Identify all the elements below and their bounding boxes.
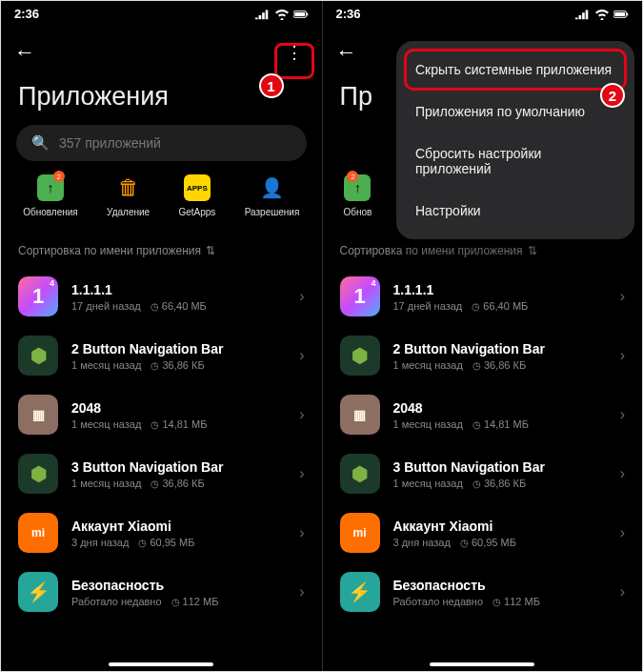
app-meta: 17 дней назад ◷ 66,40 МБ [393,300,607,312]
chevron-right-icon: › [299,583,304,601]
app-row[interactable]: ⬢ 2 Button Navigation Bar 1 месяц назад … [336,326,630,385]
app-row[interactable]: ⬢ 3 Button Navigation Bar 1 месяц назад … [336,444,630,503]
app-icon: ⬢ [340,336,380,376]
signal-icon [255,9,271,20]
svg-rect-2 [307,12,308,15]
storage-icon: ◷ [472,360,481,371]
app-row[interactable]: ⚡ Безопасность Работало недавно ◷ 112 МБ… [336,562,630,621]
app-time: 1 месяц назад [393,359,463,371]
app-row[interactable]: ⬢ 2 Button Navigation Bar 1 месяц назад … [14,326,309,385]
app-meta: 3 дня назад ◷ 60,95 МБ [71,537,286,548]
storage-icon: ◷ [151,419,159,430]
app-row[interactable]: ▦ 2048 1 месяц назад ◷ 14,81 МБ › [336,385,630,444]
app-name: 2048 [71,400,286,416]
battery-icon [613,9,629,20]
storage-icon: ◷ [472,301,480,312]
storage-icon: ◷ [460,538,469,548]
header: ← ⋮ [1,25,322,72]
more-menu-button[interactable]: ⋮ [280,38,309,67]
app-row[interactable]: ▦ 2048 1 месяц назад ◷ 14,81 МБ › [14,385,309,444]
app-name: 1.1.1.1 [71,282,286,297]
storage-icon: ◷ [472,419,481,430]
home-indicator[interactable] [430,662,534,666]
app-meta: 1 месяц назад ◷ 14,81 МБ [71,418,286,430]
chevron-right-icon: › [299,288,304,305]
storage-icon: ◷ [492,597,501,607]
app-row[interactable]: 4 1.1.1.1 17 дней назад ◷ 66,40 МБ › [336,267,630,326]
updates-badge: 2 [53,171,65,182]
app-name: 3 Button Navigation Bar [393,459,607,475]
app-row[interactable]: mi Аккаунт Xiaomi 3 дня назад ◷ 60,95 МБ… [336,503,630,562]
app-size: 14,81 МБ [162,418,207,430]
app-row[interactable]: ⚡ Безопасность Работало недавно ◷ 112 МБ… [14,562,309,621]
trash-icon: 🗑 [115,174,142,201]
wifi-icon [274,9,290,20]
status-time: 2:36 [14,7,39,21]
wifi-icon [594,9,610,20]
svg-rect-5 [627,12,628,15]
app-name: 1.1.1.1 [393,282,607,297]
chevron-right-icon: › [620,406,625,423]
app-meta: 1 месяц назад ◷ 36,86 КБ [393,359,607,371]
app-icon: ▦ [340,395,380,435]
app-row[interactable]: mi Аккаунт Xiaomi 3 дня назад ◷ 60,95 МБ… [14,503,309,562]
status-icons [255,9,309,20]
app-size: 36,86 КБ [162,478,204,489]
action-getapps[interactable]: APPS GetApps [178,174,215,217]
chevron-right-icon: › [620,524,625,541]
status-bar: 2:36 [323,1,643,25]
status-time: 2:36 [336,7,361,21]
action-delete[interactable]: 🗑 Удаление [107,174,150,217]
app-name: 2048 [393,400,607,416]
action-updates[interactable]: ↑ 2 Обнов [344,174,372,217]
app-icon: ⚡ [18,572,58,612]
action-permissions[interactable]: 👤 Разрешения [245,174,300,217]
app-name: Аккаунт Xiaomi [71,519,286,534]
app-name: 2 Button Navigation Bar [71,341,286,356]
app-time: 1 месяц назад [393,418,463,430]
sort-button[interactable]: Сортировка по имени приложения ⇅ [1,227,322,267]
app-size: 60,95 МБ [472,537,516,548]
app-row[interactable]: 4 1.1.1.1 17 дней назад ◷ 66,40 МБ › [14,267,309,326]
app-size: 60,95 МБ [150,537,194,548]
menu-reset-prefs[interactable]: Сбросить настройки приложений [396,132,634,190]
app-time: Работало недавно [393,596,484,607]
action-row: ↑ 2 Обновления 🗑 Удаление APPS GetApps 👤… [1,161,322,227]
back-button[interactable]: ← [14,40,35,65]
chevron-right-icon: › [620,465,625,482]
home-indicator[interactable] [109,662,213,666]
app-icon: ⬢ [18,454,58,494]
app-icon: ⬢ [340,454,380,494]
app-row[interactable]: ⬢ 3 Button Navigation Bar 1 месяц назад … [14,444,309,503]
app-meta: 1 месяц назад ◷ 36,86 КБ [393,478,607,489]
app-list: 4 1.1.1.1 17 дней назад ◷ 66,40 МБ › ⬢ 2… [323,267,643,621]
app-meta: 17 дней назад ◷ 66,40 МБ [71,300,286,312]
status-bar: 2:36 [1,1,322,25]
app-time: 17 дней назад [71,300,141,312]
app-meta: 1 месяц назад ◷ 36,86 КБ [71,478,286,489]
chevron-right-icon: › [299,465,304,482]
annotation-callout-2: 2 [600,83,625,108]
svg-rect-1 [294,12,305,16]
app-meta: Работало недавно ◷ 112 МБ [71,596,286,607]
app-icon: ⚡ [340,572,380,612]
storage-icon: ◷ [151,360,159,371]
menu-hide-system[interactable]: Скрыть системные приложения [396,49,634,91]
chevron-right-icon: › [299,406,304,423]
app-size: 112 МБ [183,596,219,607]
chevron-right-icon: › [620,347,625,364]
menu-settings[interactable]: Настройки [396,190,634,232]
app-time: 3 дня назад [393,537,451,548]
app-time: 1 месяц назад [71,359,141,371]
app-size: 36,86 КБ [484,359,526,371]
action-updates[interactable]: ↑ 2 Обновления [23,174,78,217]
search-input[interactable]: 🔍 357 приложений [16,125,307,161]
battery-icon [293,9,309,20]
chevron-right-icon: › [620,583,625,601]
back-button[interactable]: ← [336,40,357,65]
storage-icon: ◷ [472,479,481,489]
app-time: 1 месяц назад [71,418,141,430]
menu-default-apps[interactable]: Приложения по умолчанию [396,91,634,132]
annotation-callout-1: 1 [259,73,284,98]
app-icon: ▦ [18,395,58,435]
